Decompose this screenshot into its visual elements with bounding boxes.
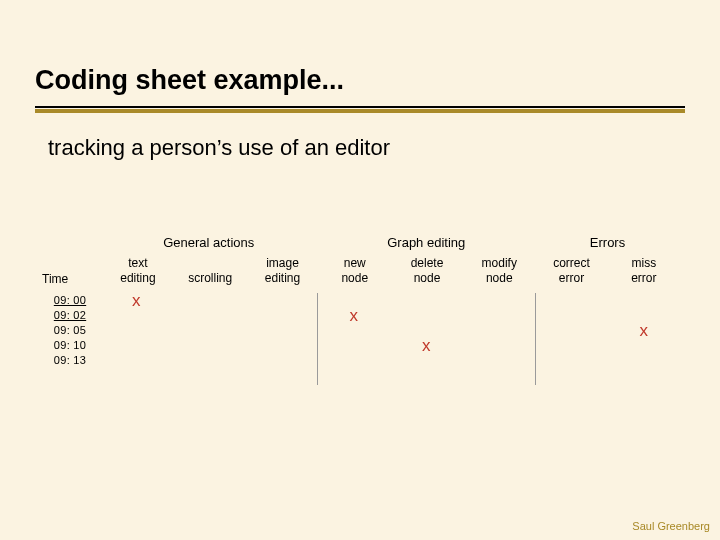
mark-cell xyxy=(390,292,463,307)
column-header-row: Time text editing scrolling image editin… xyxy=(40,256,680,286)
mark-cell xyxy=(318,292,391,307)
time-cell: 09: 13 xyxy=(40,354,100,366)
mark-cell xyxy=(318,337,391,352)
group-header-row: General actions Graph editing Errors xyxy=(40,235,680,250)
label: node xyxy=(414,271,441,285)
time-cell: 09: 05 xyxy=(40,324,100,336)
col-header-image-editing: image editing xyxy=(246,256,318,286)
spacer xyxy=(40,235,100,250)
col-header-text-editing: text editing xyxy=(102,256,174,286)
time-cell: 09: 02 xyxy=(40,309,100,321)
mark-cell xyxy=(608,307,681,322)
mark-cell xyxy=(100,352,173,367)
check-mark-icon: x xyxy=(350,308,359,323)
mark-cell xyxy=(463,322,536,337)
col-header-new-node: new node xyxy=(319,256,391,286)
group-header-general: General actions xyxy=(100,235,318,250)
mark-cell xyxy=(173,337,246,352)
table-row: 09: 05 x xyxy=(40,322,680,337)
mark-cell xyxy=(173,322,246,337)
mark-cell xyxy=(173,352,246,367)
table-row: 09: 13 xyxy=(40,352,680,367)
rule-gold xyxy=(35,109,685,113)
label: modify xyxy=(482,256,517,270)
mark-cell xyxy=(173,307,246,322)
mark-cell xyxy=(535,322,608,337)
mark-cell: x xyxy=(318,307,391,322)
label: node xyxy=(486,271,513,285)
rule-black xyxy=(35,106,685,108)
mark-cell xyxy=(463,307,536,322)
table-row: 09: 10 x xyxy=(40,337,680,352)
mark-cell xyxy=(245,292,318,307)
slide-title: Coding sheet example... xyxy=(35,65,344,96)
col-header-scrolling: scrolling xyxy=(174,271,246,286)
footer-author: Saul Greenberg xyxy=(632,520,710,532)
time-cell: 09: 00 xyxy=(40,294,100,306)
mark-cell xyxy=(245,352,318,367)
mark-cell xyxy=(245,307,318,322)
coding-sheet-table: General actions Graph editing Errors Tim… xyxy=(40,235,680,367)
label: scrolling xyxy=(188,271,232,285)
col-header-correct-error: correct error xyxy=(535,256,607,286)
group-header-errors: Errors xyxy=(535,235,680,250)
data-rows: 09: 00 x 09: 02 x xyxy=(40,292,680,367)
time-cell: 09: 10 xyxy=(40,339,100,351)
mark-cell xyxy=(535,292,608,307)
label: node xyxy=(341,271,368,285)
label: text xyxy=(128,256,147,270)
table-row: 09: 00 x xyxy=(40,292,680,307)
mark-cell xyxy=(390,307,463,322)
label: correct xyxy=(553,256,590,270)
mark-cell xyxy=(535,337,608,352)
group-header-graph: Graph editing xyxy=(318,235,536,250)
mark-cell xyxy=(463,352,536,367)
mark-cell xyxy=(608,352,681,367)
mark-cell xyxy=(463,337,536,352)
mark-cell xyxy=(535,307,608,322)
mark-cell xyxy=(245,322,318,337)
col-header-miss-error: miss error xyxy=(608,256,680,286)
label: image xyxy=(266,256,299,270)
mark-cell: x xyxy=(100,292,173,307)
label: new xyxy=(344,256,366,270)
label: error xyxy=(631,271,656,285)
mark-cell xyxy=(100,337,173,352)
check-mark-icon: x xyxy=(422,338,431,353)
label: editing xyxy=(265,271,300,285)
label: delete xyxy=(411,256,444,270)
col-header-modify-node: modify node xyxy=(463,256,535,286)
label: editing xyxy=(120,271,155,285)
mark-cell xyxy=(608,292,681,307)
mark-cell: x xyxy=(390,337,463,352)
check-mark-icon: x xyxy=(132,293,141,308)
col-header-time: Time xyxy=(40,272,102,286)
mark-cell xyxy=(173,292,246,307)
mark-cell: x xyxy=(608,322,681,337)
mark-cell xyxy=(318,352,391,367)
mark-cell xyxy=(245,337,318,352)
label: error xyxy=(559,271,584,285)
mark-cell xyxy=(463,292,536,307)
check-mark-icon: x xyxy=(640,323,649,338)
slide-subtitle: tracking a person’s use of an editor xyxy=(48,135,390,161)
col-header-delete-node: delete node xyxy=(391,256,463,286)
mark-cell xyxy=(390,322,463,337)
mark-cell xyxy=(100,322,173,337)
mark-cell xyxy=(535,352,608,367)
label: miss xyxy=(631,256,656,270)
slide: Coding sheet example... tracking a perso… xyxy=(0,0,720,540)
